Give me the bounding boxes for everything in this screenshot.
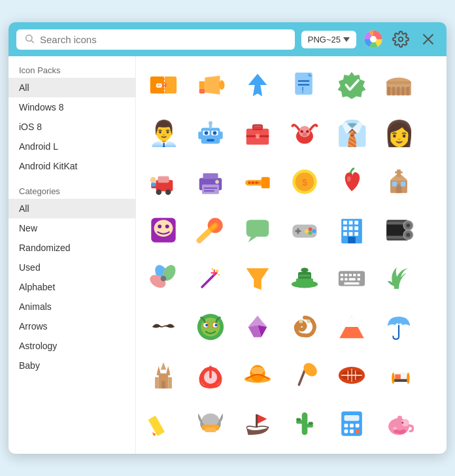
icon-keyboard[interactable] <box>328 255 375 302</box>
svg-rect-80 <box>401 182 405 186</box>
svg-rect-86 <box>246 220 269 237</box>
icon-fan[interactable] <box>140 255 187 302</box>
icon-colosseum[interactable] <box>375 61 422 109</box>
svg-point-67 <box>252 181 254 184</box>
icon-meteor[interactable] <box>187 207 234 254</box>
icon-shovel[interactable] <box>281 352 328 399</box>
icon-speech-bubble[interactable] <box>234 207 281 254</box>
svg-point-213 <box>401 422 403 424</box>
icon-viking-helmet[interactable] <box>187 400 234 447</box>
icon-sushi[interactable] <box>375 352 422 399</box>
search-input[interactable] <box>40 34 287 45</box>
sidebar-item-windows8[interactable]: Windows 8 <box>8 97 135 117</box>
icon-sagrada-familia[interactable] <box>140 352 187 399</box>
svg-rect-35 <box>207 139 214 142</box>
icon-document[interactable]: ! <box>281 61 328 109</box>
svg-rect-38 <box>198 131 202 139</box>
svg-rect-96 <box>343 221 347 225</box>
svg-rect-131 <box>341 274 343 277</box>
sidebar-item-astrology[interactable]: Astrology <box>8 336 135 356</box>
sidebar-item-randomized[interactable]: Randomized <box>8 238 135 258</box>
svg-point-111 <box>407 224 411 228</box>
icon-pretzel[interactable] <box>281 303 328 350</box>
sidebar-item-used[interactable]: Used <box>8 258 135 277</box>
sidebar-item-baby[interactable]: Baby <box>8 356 135 375</box>
icon-origami-bird[interactable] <box>234 303 281 350</box>
icon-power-button[interactable] <box>187 352 234 399</box>
format-button[interactable]: PNG~25 <box>301 31 356 48</box>
icon-film-reel[interactable] <box>375 207 422 254</box>
icon-businessman[interactable]: 👔 <box>328 110 375 157</box>
svg-marker-159 <box>161 362 167 370</box>
icon-plant-branch[interactable] <box>375 255 422 302</box>
icon-umbrella[interactable] <box>375 303 422 350</box>
sidebar-item-new[interactable]: New <box>8 218 135 238</box>
icon-hat[interactable] <box>281 255 328 302</box>
svg-rect-26 <box>397 87 399 95</box>
sidebar-item-animals[interactable]: Animals <box>8 297 135 316</box>
sidebar-item-androidkk[interactable]: Android KitKat <box>8 156 135 176</box>
svg-marker-161 <box>166 366 170 374</box>
icon-coin[interactable]: $ <box>281 158 328 205</box>
svg-point-148 <box>214 324 217 326</box>
icon-magic-wand[interactable] <box>187 255 234 302</box>
icons-row-3: $ <box>140 158 443 205</box>
icon-mustache[interactable] <box>140 303 187 350</box>
icon-piggy-bank[interactable] <box>375 400 422 447</box>
svg-point-113 <box>407 233 411 237</box>
svg-rect-28 <box>407 87 409 95</box>
svg-point-62 <box>215 180 219 184</box>
sidebar-item-alphabet[interactable]: Alphabet <box>8 277 135 297</box>
svg-rect-29 <box>386 81 411 84</box>
sidebar-item-ios8[interactable]: iOS 8 <box>8 117 135 137</box>
icons-panel: 🎟 <box>136 56 447 454</box>
icon-theater-mask[interactable] <box>140 207 187 254</box>
icon-ticket[interactable]: 🎟 <box>140 61 187 109</box>
icon-mountain[interactable] <box>328 303 375 350</box>
icon-printer[interactable] <box>187 158 234 205</box>
sidebar-item-all-packs[interactable]: All <box>8 78 135 97</box>
svg-rect-138 <box>349 278 356 280</box>
svg-point-53 <box>165 190 171 196</box>
icon-checkmark-badge[interactable] <box>328 61 375 109</box>
icon-airplane[interactable] <box>234 61 281 109</box>
svg-rect-140 <box>345 282 360 285</box>
icon-ninja-turtle[interactable] <box>187 303 234 350</box>
icon-calculator[interactable] <box>328 400 375 447</box>
icon-viking-ship[interactable] <box>234 400 281 447</box>
icon-bull[interactable] <box>281 110 328 157</box>
svg-marker-87 <box>248 237 257 243</box>
icon-football[interactable] <box>328 352 375 399</box>
color-wheel-icon[interactable] <box>363 29 384 50</box>
sidebar-item-all-cat[interactable]: All <box>8 199 135 218</box>
svg-rect-203 <box>356 424 360 428</box>
header: PNG~25 <box>8 22 447 56</box>
icon-briefcase[interactable] <box>234 110 281 157</box>
svg-rect-162 <box>161 381 165 389</box>
sidebar-item-arrows[interactable]: Arrows <box>8 316 135 336</box>
icon-car-person[interactable] <box>140 158 187 205</box>
icon-chili[interactable] <box>328 158 375 205</box>
icon-pencil-paper[interactable] <box>140 400 187 447</box>
icon-funnel[interactable] <box>234 255 281 302</box>
icon-gamepad[interactable] <box>281 207 328 254</box>
svg-point-129 <box>301 267 309 272</box>
icon-woman[interactable]: 👩 <box>375 110 422 157</box>
svg-rect-98 <box>354 221 358 225</box>
close-icon[interactable] <box>418 29 439 50</box>
icon-support-person[interactable]: 👨‍💼 <box>140 110 187 157</box>
settings-icon[interactable] <box>390 29 411 50</box>
svg-rect-101 <box>354 226 358 230</box>
icons-row-2: 👨‍💼 <box>140 110 443 157</box>
icon-robot[interactable] <box>187 110 234 157</box>
sidebar-item-androidl[interactable]: Android L <box>8 137 135 156</box>
icon-building[interactable] <box>328 207 375 254</box>
icon-megaphone[interactable] <box>187 61 234 109</box>
icon-sombrero[interactable] <box>234 352 281 399</box>
icon-church[interactable] <box>375 158 422 205</box>
svg-rect-90 <box>295 230 301 232</box>
icon-chainsaw[interactable] <box>234 158 281 205</box>
search-box[interactable] <box>16 29 295 50</box>
icon-cactus[interactable] <box>281 400 328 447</box>
svg-rect-206 <box>356 430 360 434</box>
